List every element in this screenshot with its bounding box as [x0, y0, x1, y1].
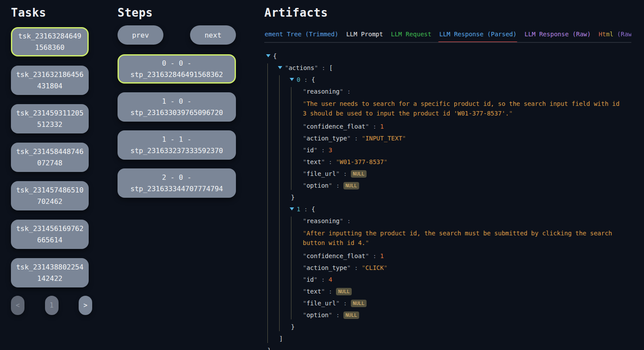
json-line: "option" : NULL [303, 181, 623, 190]
json-line: } [291, 193, 623, 202]
tab-llm-request[interactable]: LLM Request [391, 31, 432, 38]
json-key: file_url [306, 170, 336, 177]
tasks-title: Tasks [11, 5, 92, 20]
colon: : [318, 147, 329, 154]
collapse-caret-icon[interactable] [278, 66, 282, 69]
prev-page-button[interactable]: < [11, 296, 24, 315]
tab-llm-response-raw[interactable]: LLM Response (Raw) [524, 31, 591, 38]
string-quote: " [509, 110, 512, 117]
colon: : [318, 276, 329, 283]
json-line: "The user needs to search for a specific… [303, 99, 623, 118]
string-quote: " [384, 264, 387, 271]
string-quote: " [362, 135, 365, 142]
json-block: "reasoning" : "After inputting the produ… [291, 217, 623, 319]
string-quote: " [402, 135, 406, 142]
null-badge: NULL [343, 312, 360, 319]
key-quote: " [339, 217, 343, 224]
json-line: "confidence_float" : 1 [303, 252, 623, 260]
collapse-caret-icon[interactable] [290, 78, 294, 81]
string-quote: " [336, 158, 339, 165]
null-badge: NULL [351, 170, 367, 178]
step-list: 0 - 0 - stp_2316328464915683621 - 0 - st… [118, 54, 236, 198]
close-bracket: } [291, 323, 294, 330]
json-string-value: INPUT_TEXT [365, 135, 402, 142]
close-bracket: ] [279, 335, 283, 342]
task-item[interactable]: tsk_231438802254142422 [11, 258, 89, 287]
colon: : [343, 88, 351, 95]
task-item[interactable]: tsk_231457486510702462 [11, 181, 89, 210]
json-line: } [291, 322, 623, 331]
collapse-caret-icon[interactable] [266, 54, 270, 57]
json-key: reasoning [306, 217, 339, 224]
json-tree-viewer: {"actions" : [0 : {"reasoning" : "The us… [267, 52, 623, 350]
key-quote: " [321, 288, 325, 295]
key-quote: " [314, 147, 317, 154]
next-page-button[interactable]: > [79, 296, 92, 315]
json-block: "actions" : [0 : {"reasoning" : "The use… [267, 63, 623, 343]
json-line: "option" : NULL [303, 311, 623, 319]
json-key: option [306, 312, 329, 318]
task-item[interactable]: tsk_231632186456431804 [11, 66, 89, 95]
json-key: confidence_float [306, 252, 365, 259]
step-item[interactable]: 0 - 0 - stp_231632846491568362 [118, 54, 236, 84]
key-quote: " [314, 276, 317, 283]
string-quote: " [362, 264, 365, 271]
task-item[interactable]: tsk_231456169762665614 [11, 220, 89, 249]
json-line: "action_type" : "INPUT_TEXT" [303, 134, 623, 143]
artifacts-title: Artifacts [264, 5, 634, 20]
prev-step-button[interactable]: prev [118, 25, 163, 45]
tab-llm-response-parsed[interactable]: LLM Response (Parsed) [439, 31, 516, 38]
colon: : [318, 64, 329, 71]
json-string-value: W01-377-8537 [339, 158, 384, 165]
task-item[interactable]: tsk_231459311205512332 [11, 104, 89, 133]
close-bracket: } [267, 347, 271, 350]
colon: : [339, 300, 350, 307]
json-key: confidence_float [306, 123, 365, 130]
string-quote: " [303, 100, 306, 107]
artifacts-panel: Artifacts Element Tree (Trimmed)LLM Prom… [264, 5, 634, 350]
json-block: "reasoning" : "The user needs to search … [291, 87, 623, 190]
json-line: "id" : 4 [303, 275, 623, 284]
tasks-panel: Tasks tsk_231632846491568360tsk_23163218… [11, 5, 92, 315]
colon: : [351, 264, 362, 271]
step-nav: prev next [118, 25, 236, 45]
close-bracket: } [291, 194, 294, 201]
json-key: reasoning [306, 88, 339, 95]
json-line: } [267, 346, 623, 350]
tab-element-tree-trimmed[interactable]: Element Tree (Trimmed) [264, 31, 338, 38]
key-quote: " [365, 252, 369, 259]
json-key: text [306, 288, 321, 295]
json-line: 1 : { [291, 205, 623, 214]
tabs-bar: Element Tree (Trimmed)LLM PromptLLM Requ… [264, 31, 631, 43]
step-item[interactable]: 1 - 1 - stp_231633237333592370 [118, 130, 236, 160]
json-number-value: 4 [329, 276, 332, 283]
json-number-value: 3 [329, 147, 332, 154]
step-item[interactable]: 1 - 0 - stp_231633039765096720 [118, 92, 236, 122]
json-number-value: 1 [380, 123, 384, 130]
tab-html-raw[interactable]: Html (Raw) [599, 31, 631, 38]
json-line: "confidence_float" : 1 [303, 122, 623, 131]
key-quote: " [339, 88, 343, 95]
colon: : [339, 170, 350, 177]
json-line: 0 : { [291, 75, 623, 84]
steps-title: Steps [118, 5, 236, 20]
steps-panel: Steps prev next 0 - 0 - stp_231632846491… [118, 5, 236, 198]
json-key: action_type [306, 135, 347, 142]
tab-llm-prompt[interactable]: LLM Prompt [346, 31, 383, 38]
next-step-button[interactable]: next [190, 25, 236, 45]
json-key: option [306, 182, 329, 189]
json-block: 0 : {"reasoning" : "The user needs to se… [279, 75, 623, 331]
json-line: "text" : NULL [303, 287, 623, 296]
open-bracket: { [312, 76, 315, 83]
page-number-button[interactable]: 1 [45, 296, 59, 315]
task-item[interactable]: tsk_231458448746072748 [11, 143, 89, 172]
open-bracket: { [273, 52, 277, 60]
string-quote: " [303, 230, 306, 237]
collapse-caret-icon[interactable] [290, 207, 294, 210]
task-item[interactable]: tsk_231632846491568360 [11, 27, 89, 56]
step-item[interactable]: 2 - 0 - stp_231633344707774794 [118, 168, 236, 198]
json-line: "file_url" : NULL [303, 169, 623, 178]
open-bracket: [ [329, 64, 332, 71]
json-key: id [306, 147, 314, 154]
json-line: "file_url" : NULL [303, 299, 623, 308]
